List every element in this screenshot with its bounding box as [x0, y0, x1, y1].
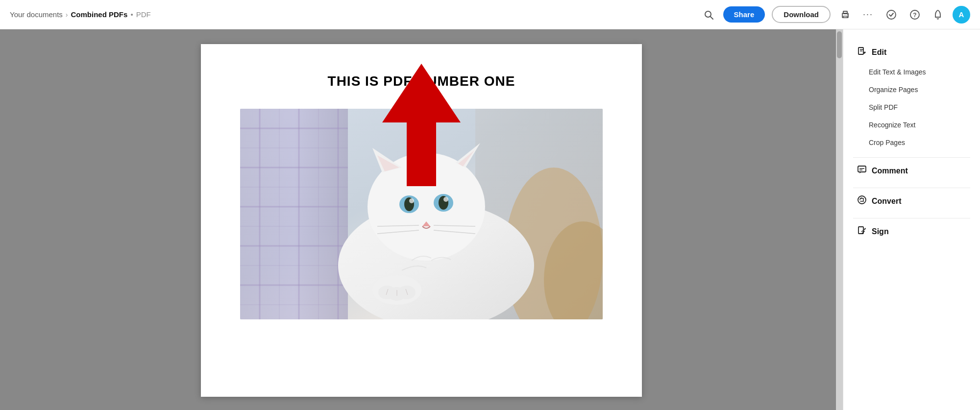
share-button[interactable]: Share [723, 6, 765, 23]
convert-section: Convert [843, 188, 980, 218]
recognize-text-item[interactable]: Recognize Text [843, 116, 980, 134]
right-panel: Edit Edit Text & Images Organize Pages S… [843, 29, 980, 410]
avatar[interactable]: A [953, 6, 970, 24]
pdf-page: THIS IS PDF NUMBER ONE [201, 44, 642, 397]
more-options-button[interactable]: ··· [860, 6, 876, 23]
svg-point-6 [887, 10, 896, 19]
notifications-button[interactable] [930, 6, 946, 23]
edit-section-header[interactable]: Edit [843, 41, 980, 63]
edit-text-images-item[interactable]: Edit Text & Images [843, 63, 980, 81]
download-button[interactable]: Download [772, 6, 831, 23]
comment-section: Comment [843, 158, 980, 188]
svg-rect-57 [858, 166, 866, 172]
sign-section-header[interactable]: Sign [843, 220, 980, 242]
breadcrumb-current: Combined PDFs [71, 10, 128, 19]
svg-point-5 [847, 14, 848, 15]
svg-text:?: ? [913, 12, 916, 19]
arrow-overlay [382, 64, 461, 188]
breadcrumb-dot: • [130, 10, 133, 19]
scrollbar-thumb[interactable] [837, 31, 842, 58]
convert-icon [857, 195, 867, 207]
svg-line-1 [710, 17, 713, 19]
comment-icon [857, 165, 867, 177]
help-button[interactable]: ? [906, 6, 923, 23]
svg-rect-3 [843, 11, 847, 14]
scrollbar[interactable] [836, 29, 843, 410]
comment-section-header[interactable]: Comment [843, 160, 980, 182]
header-actions: Share Download ··· ? [701, 6, 970, 24]
svg-point-40 [409, 198, 414, 203]
breadcrumb-tag: PDF [136, 10, 151, 19]
svg-point-41 [443, 197, 448, 202]
comment-section-title: Comment [872, 167, 908, 175]
red-arrow-icon [382, 64, 461, 186]
checkmark-button[interactable] [883, 6, 900, 23]
svg-point-60 [858, 196, 866, 204]
print-button[interactable] [837, 7, 853, 23]
split-pdf-item[interactable]: Split PDF [843, 98, 980, 116]
main-content: THIS IS PDF NUMBER ONE [0, 29, 980, 410]
print-icon [840, 10, 850, 20]
convert-section-header[interactable]: Convert [843, 190, 980, 212]
sign-section: Sign [843, 218, 980, 248]
convert-section-title: Convert [872, 197, 901, 206]
svg-rect-4 [843, 16, 847, 18]
breadcrumb-separator: › [66, 11, 68, 19]
svg-point-0 [705, 11, 711, 17]
search-button[interactable] [701, 7, 716, 23]
breadcrumb-parent[interactable]: Your documents [10, 10, 63, 19]
organize-pages-item[interactable]: Organize Pages [843, 81, 980, 98]
help-icon: ? [909, 9, 920, 20]
sign-section-title: Sign [872, 227, 889, 236]
checkmark-circle-icon [886, 9, 897, 20]
breadcrumb: Your documents › Combined PDFs • PDF [10, 10, 151, 19]
header: Your documents › Combined PDFs • PDF Sha… [0, 0, 980, 29]
svg-rect-14 [240, 109, 348, 319]
pdf-viewer[interactable]: THIS IS PDF NUMBER ONE [0, 29, 843, 410]
svg-marker-9 [382, 64, 461, 186]
bell-icon [933, 9, 943, 20]
crop-pages-item[interactable]: Crop Pages [843, 134, 980, 151]
edit-section: Edit Edit Text & Images Organize Pages S… [843, 39, 980, 157]
sign-icon [857, 225, 867, 238]
search-icon [704, 10, 713, 20]
edit-section-title: Edit [872, 48, 886, 57]
edit-icon [857, 46, 867, 58]
